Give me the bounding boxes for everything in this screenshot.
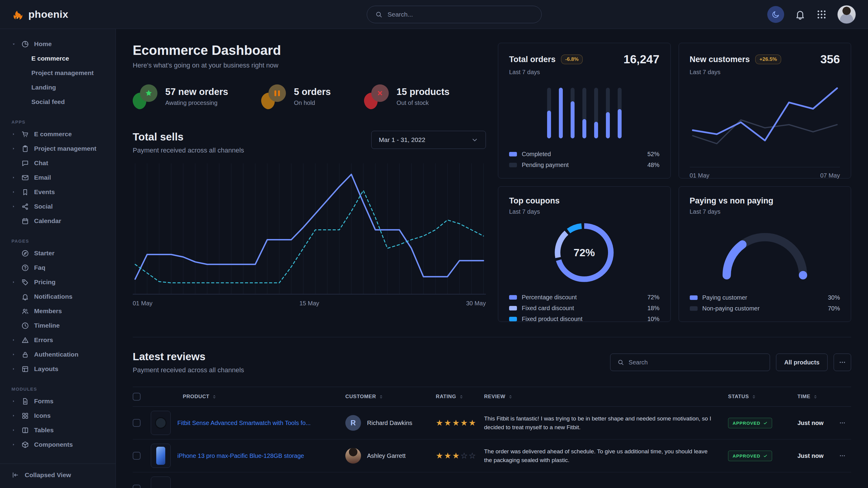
column-header-product[interactable]: PRODUCT [151,394,345,400]
reviews-more-button[interactable] [834,354,851,371]
sidebar-item-social[interactable]: Social [0,199,116,214]
chevron-down-icon [471,136,478,143]
collapsed-view-label: Collapsed View [25,471,71,479]
card-caption: Last 7 days [690,69,840,76]
column-header-review[interactable]: REVIEW [484,394,728,400]
sidebar-item-landing[interactable]: Landing [0,80,116,95]
sidebar-item-faq[interactable]: Faq [0,260,116,275]
sidebar-group-home[interactable]: Home [0,37,116,51]
order-bar [582,88,586,138]
main-content: Ecommerce Dashboard Here's what's going … [116,29,868,488]
row-select-cell [133,452,151,460]
column-label: TIME [798,394,810,400]
caret-right-icon [11,414,16,418]
row-actions-button[interactable] [834,452,851,459]
legend-label: Completed [522,151,551,158]
sidebar-item-e-commerce[interactable]: E commerce [0,51,116,66]
sidebar-item-e-commerce[interactable]: E commerce [0,127,116,141]
sidebar-item-project-management[interactable]: Project management [0,66,116,80]
row-checkbox[interactable] [133,452,141,460]
caret-right-icon [11,443,16,447]
product-link[interactable]: iPhone 13 pro max-Pacific Blue-128GB sto… [177,452,304,459]
orders-bar-chart [547,88,622,138]
brand[interactable]: phoenix [12,8,116,21]
column-label: STATUS [728,394,749,400]
dark-mode-toggle[interactable] [767,6,784,23]
user-avatar[interactable] [837,5,856,24]
warning-icon [21,336,29,344]
column-header-time[interactable]: TIME [798,394,834,400]
column-header-status[interactable]: STATUS [728,394,798,400]
total-orders-card: Total orders -6.8% 16,247 Last 7 days Co… [498,43,671,178]
coupons-legend: Percentage discount72%Fixed card discoun… [509,290,660,323]
sidebar-item-tables[interactable]: Tables [0,423,116,437]
global-search-input[interactable] [388,11,533,18]
quick-stat-text: 57 new ordersAwating processing [165,87,228,106]
caret-right-icon [11,428,16,432]
legend-value: 72% [647,294,659,301]
sidebar-item-timeline[interactable]: Timeline [0,318,116,333]
apps-grid-button[interactable] [816,9,827,20]
all-products-button[interactable]: All products [776,354,828,371]
global-search[interactable] [367,6,542,23]
change-badge: +26.5% [755,55,781,64]
tag-icon [21,278,29,286]
row-actions-button[interactable] [834,420,851,426]
reviews-title: Latest reviews [133,351,244,363]
share-icon [21,202,29,211]
caret-right-icon [11,352,16,357]
sidebar-item-errors[interactable]: Errors [0,333,116,347]
sidebar-item-events[interactable]: Events [0,185,116,199]
order-bar [618,88,622,138]
sidebar-section-label: APPS [11,119,116,125]
legend-swatch [690,295,698,300]
sidebar-item-layouts[interactable]: Layouts [0,362,116,376]
legend-row: Fixed product discount10% [509,316,660,323]
column-header-rating[interactable]: RATING [436,394,484,400]
collapsed-view-toggle[interactable]: Collapsed View [0,464,116,488]
sidebar-item-label: Authentication [34,351,79,358]
legend-swatch [509,152,517,157]
lock-icon [21,351,29,359]
sidebar-item-email[interactable]: Email [0,170,116,185]
sidebar-item-chat[interactable]: Chat [0,156,116,170]
sidebar-item-social-feed[interactable]: Social feed [0,95,116,109]
reviews-search[interactable] [610,354,770,371]
legend-value: 70% [828,305,840,312]
sidebar-item-project-management[interactable]: Project management [0,141,116,156]
sidebar-item-icons[interactable]: Icons [0,409,116,423]
column-header-customer[interactable]: CUSTOMER [345,394,436,400]
time-cell: Just now [798,452,834,459]
x-tick-label: 01 May [133,300,153,307]
caret-right-icon [11,147,16,151]
caret-right-icon [11,280,16,284]
reviews-table-header: PRODUCTCUSTOMERRATINGREVIEWSTATUSTIME [133,387,851,406]
legend-row: Fixed card discount18% [509,305,660,312]
sidebar-item-calendar[interactable]: Calendar [0,214,116,228]
sidebar-item-members[interactable]: Members [0,304,116,318]
sidebar-item-pricing[interactable]: Pricing [0,275,116,289]
sidebar-item-notifications[interactable]: Notifications [0,289,116,304]
row-checkbox[interactable] [133,419,141,427]
page-title: Ecommerce Dashboard [133,43,486,58]
sidebar-item-components[interactable]: Components [0,437,116,452]
bell-icon [21,293,29,301]
phoenix-logo-icon [12,8,24,21]
warning-icon [21,336,29,344]
sidebar-item-starter[interactable]: Starter [0,246,116,260]
sidebar-item-authentication[interactable]: Authentication [0,347,116,362]
row-select-cell [133,419,151,427]
select-all-checkbox[interactable] [133,393,141,400]
date-range-select[interactable]: Mar 1 - 31, 2022 [371,131,486,149]
product-link[interactable]: Fitbit Sense Advanced Smartwatch with To… [177,420,311,426]
notifications-button[interactable] [795,9,806,20]
customer-name: Richard Dawkins [367,420,412,426]
legend-row: Pending payment48% [509,162,660,168]
row-checkbox[interactable] [133,485,141,488]
total-sells-x-axis: 01 May15 May30 May [133,300,486,307]
quick-stat-value: 5 orders [294,87,331,97]
reviews-search-input[interactable] [628,359,763,366]
quick-stats: 57 new ordersAwating processing5 ordersO… [133,83,486,110]
sidebar-item-forms[interactable]: Forms [0,394,116,409]
phone-image [156,447,165,465]
